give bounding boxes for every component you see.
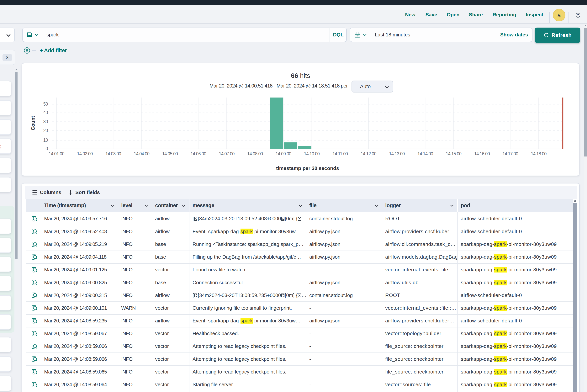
svg-text:10: 10 bbox=[43, 138, 48, 142]
svg-text:14:11:00: 14:11:00 bbox=[332, 151, 348, 156]
svg-text:14:06:00: 14:06:00 bbox=[190, 151, 206, 156]
svg-text:14:05:00: 14:05:00 bbox=[162, 151, 178, 156]
svg-text:Count: Count bbox=[30, 116, 36, 130]
svg-text:30: 30 bbox=[43, 119, 48, 124]
svg-text:14:07:00: 14:07:00 bbox=[219, 151, 234, 156]
svg-text:14:03:00: 14:03:00 bbox=[106, 151, 121, 156]
svg-text:14:18:00: 14:18:00 bbox=[531, 151, 546, 156]
svg-text:0: 0 bbox=[46, 146, 48, 151]
svg-text:14:01:00: 14:01:00 bbox=[49, 151, 64, 156]
svg-text:14:14:00: 14:14:00 bbox=[418, 151, 433, 156]
svg-text:14:16:00: 14:16:00 bbox=[474, 151, 490, 156]
svg-text:14:13:00: 14:13:00 bbox=[389, 151, 405, 156]
svg-text:14:02:00: 14:02:00 bbox=[77, 151, 93, 156]
svg-text:40: 40 bbox=[43, 110, 48, 115]
svg-text:14:08:00: 14:08:00 bbox=[247, 151, 263, 156]
svg-text:14:09:00: 14:09:00 bbox=[276, 151, 291, 156]
svg-text:14:04:00: 14:04:00 bbox=[134, 151, 149, 156]
svg-text:14:12:00: 14:12:00 bbox=[361, 151, 376, 156]
svg-text:20: 20 bbox=[43, 128, 48, 133]
svg-text:14:17:00: 14:17:00 bbox=[502, 151, 518, 156]
svg-text:14:15:00: 14:15:00 bbox=[446, 151, 461, 156]
svg-text:14:10:00: 14:10:00 bbox=[304, 151, 320, 156]
svg-text:50: 50 bbox=[43, 102, 48, 106]
